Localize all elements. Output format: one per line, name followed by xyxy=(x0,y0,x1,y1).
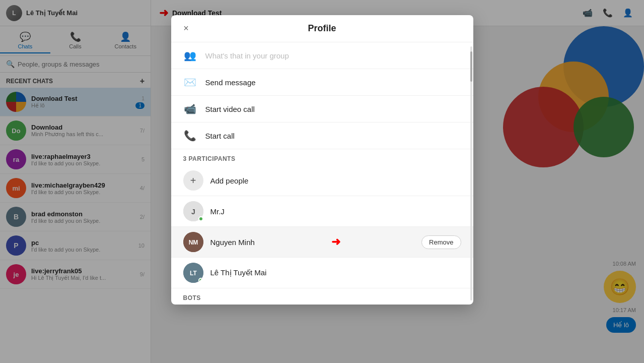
send-message-label: Send message xyxy=(205,78,256,87)
participants-section-label: 3 PARTICIPANTS xyxy=(171,149,473,165)
participant-mrj[interactable]: J Mr.J xyxy=(171,196,473,227)
bots-section-label: BOTS xyxy=(171,288,473,305)
group-icon: 👥 xyxy=(183,49,197,62)
avatar: J xyxy=(183,201,203,221)
svg-text:NM: NM xyxy=(188,239,198,246)
participant-nguyen-minh[interactable]: NM Nguyen Minh ➜ Remove xyxy=(171,227,473,258)
start-video-call-label: Start video call xyxy=(205,105,255,113)
add-people-item[interactable]: + Add people xyxy=(171,165,473,196)
start-video-call-item[interactable]: 📹 Start video call xyxy=(171,96,473,123)
online-indicator xyxy=(198,216,203,221)
remove-button[interactable]: Remove xyxy=(421,235,461,249)
scrollbar-track[interactable] xyxy=(470,46,472,300)
svg-text:LT: LT xyxy=(190,270,197,277)
modal-title: Profile xyxy=(308,23,336,34)
send-message-icon: ✉️ xyxy=(183,76,197,88)
scrollbar-thumb[interactable] xyxy=(470,51,472,82)
profile-modal: × Profile 👥 What's that in your group ✉️… xyxy=(171,15,473,305)
red-arrow-remove-icon: ➜ xyxy=(331,235,340,249)
modal-overlay: × Profile 👥 What's that in your group ✉️… xyxy=(0,0,644,363)
video-call-icon: 📹 xyxy=(183,103,197,115)
modal-header: × Profile xyxy=(171,15,473,42)
phone-icon: 📞 xyxy=(183,130,197,142)
send-message-item[interactable]: ✉️ Send message xyxy=(171,69,473,96)
svg-text:J: J xyxy=(191,208,195,216)
add-people-label: Add people xyxy=(210,176,249,185)
group-description-placeholder: What's that in your group xyxy=(205,51,289,60)
avatar: NM xyxy=(183,232,203,252)
start-call-item[interactable]: 📞 Start call xyxy=(171,123,473,149)
participant-le-thi[interactable]: LT Lê Thị Tuyết Mai xyxy=(171,258,473,288)
online-indicator xyxy=(198,278,203,283)
participant-name: Nguyen Minh xyxy=(210,238,255,247)
modal-close-button[interactable]: × xyxy=(179,22,193,36)
add-people-icon: + xyxy=(183,170,203,191)
start-call-label: Start call xyxy=(205,132,235,140)
modal-body: 👥 What's that in your group ✉️ Send mess… xyxy=(171,42,473,305)
nguyen-avatar-image: NM xyxy=(183,232,203,252)
avatar: LT xyxy=(183,263,203,283)
participant-name: Lê Thị Tuyết Mai xyxy=(210,268,267,277)
group-description-item[interactable]: 👥 What's that in your group xyxy=(171,42,473,69)
participant-name: Mr.J xyxy=(210,207,225,216)
